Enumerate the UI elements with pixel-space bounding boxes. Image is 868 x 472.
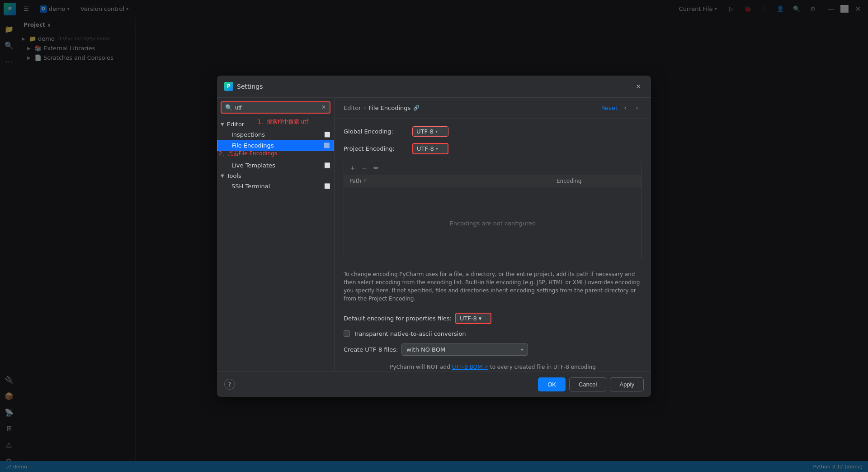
table-remove-btn[interactable]: − [359,163,369,173]
props-dropdown-arrow-icon: ▾ [479,315,482,322]
settings-right-panel: Editor › File Encodings 🔗 Reset ‹ › [335,98,651,372]
props-encoding-row: Default encoding for properties files: U… [344,313,642,324]
global-encoding-dropdown[interactable]: UTF-8 ▾ [412,126,448,137]
settings-search-input[interactable] [235,104,319,111]
settings-section-tools[interactable]: ▼ Tools [217,171,334,181]
settings-item-ssh-terminal[interactable]: SSH Terminal ⬜ [217,181,334,191]
search-icon: 🔍 [225,104,232,111]
utf8-select-arrow-icon: ▾ [521,347,523,352]
transparent-conversion-row: Transparent native-to-ascii conversion [344,330,642,337]
nav-arrows: ‹ › [620,103,642,113]
reset-btn[interactable]: Reset [601,105,618,111]
dialog-titlebar: P Settings ✕ [217,76,651,98]
col-encoding-header[interactable]: Encoding [551,175,642,187]
path-sort-icon: ↑ [363,179,367,183]
settings-item-file-encodings[interactable]: File Encodings ⬜ [217,140,334,151]
breadcrumb-link-icon[interactable]: 🔗 [413,105,420,111]
table-toolbar: + − ✏ [344,161,642,175]
breadcrumb-sep: › [363,105,366,111]
bom-note: PyCharm will NOT add UTF-8 BOM ↗ to ever… [344,362,642,372]
dialog-title: Settings [237,83,263,90]
table-edit-btn[interactable]: ✏ [371,163,381,173]
main-layout: 📁 🔍 ⋯ 🔌 📦 📡 🖥 ⚠ ⚙ Project ∨ ▶ 📁 demo D:\… [0,18,868,472]
table-header: Path ↑ Encoding [344,175,642,187]
file-encodings-item-icon: ⬜ [324,143,330,148]
settings-dialog: P Settings ✕ 🔍 ✕ [217,76,651,397]
file-encoding-table: + − ✏ Path ↑ Encoding [344,161,642,260]
inspections-item-icon: ⬜ [324,132,330,138]
breadcrumb-editor[interactable]: Editor [344,105,361,111]
settings-left-panel: 🔍 ✕ ▼ Editor 1、搜索框中搜索 utf [217,98,335,372]
dialog-content: 🔍 ✕ ▼ Editor 1、搜索框中搜索 utf [217,98,651,372]
col-path-header[interactable]: Path ↑ [344,175,551,187]
editor-section-arrow-icon: ▼ [221,122,224,127]
create-utf8-row: Create UTF-8 files: with NO BOM ▾ [344,343,642,356]
dialog-overlay: P Settings ✕ 🔍 ✕ [0,0,868,472]
global-encoding-arrow-icon: ▾ [435,129,438,134]
global-encoding-row: Global Encoding: UTF-8 ▾ [344,126,642,137]
props-encoding-dropdown[interactable]: UTF-8 ▾ [455,313,491,324]
live-templates-item-icon: ⬜ [324,162,330,168]
breadcrumb-current: File Encodings [369,105,411,111]
settings-tree: ▼ Editor 1、搜索框中搜索 utf Inspections ⬜ [217,117,334,372]
create-utf8-dropdown[interactable]: with NO BOM ▾ [401,343,528,356]
project-encoding-row: Project Encoding: UTF-8 ▾ [344,143,642,154]
settings-breadcrumb: Editor › File Encodings 🔗 Reset ‹ › [335,98,651,119]
dialog-close-btn[interactable]: ✕ [633,81,644,92]
project-encoding-arrow-icon: ▾ [436,146,438,151]
table-empty-message: Encodings are not configured [344,187,642,260]
settings-item-live-templates[interactable]: Live Templates ⬜ [217,160,334,171]
settings-item-inspections[interactable]: Inspections ⬜ [217,129,334,140]
ssh-terminal-item-icon: ⬜ [324,183,330,189]
settings-search-box[interactable]: 🔍 ✕ [221,101,330,114]
settings-section-editor[interactable]: ▼ Editor [217,119,334,129]
tools-section-arrow-icon: ▼ [221,173,224,178]
dialog-logo-icon: P [224,82,233,91]
props-label: Default encoding for properties files: [344,315,452,322]
dialog-footer: ? OK Cancel Apply [217,372,651,397]
settings-main-content: Global Encoding: UTF-8 ▾ Project Encodin… [335,119,651,372]
cancel-btn[interactable]: Cancel [569,377,606,391]
project-encoding-dropdown[interactable]: UTF-8 ▾ [412,143,448,154]
info-text: To change encoding PyCharm uses for a fi… [344,267,642,306]
transparent-checkbox[interactable] [344,330,350,337]
project-encoding-label: Project Encoding: [344,145,407,152]
create-utf8-label: Create UTF-8 files: [344,346,398,353]
transparent-label: Transparent native-to-ascii conversion [354,330,466,337]
help-btn[interactable]: ? [224,379,235,390]
apply-btn[interactable]: Apply [610,377,644,391]
search-clear-btn[interactable]: ✕ [321,104,326,110]
table-add-btn[interactable]: + [348,163,358,173]
global-encoding-label: Global Encoding: [344,128,407,135]
footer-buttons: OK Cancel Apply [538,377,644,391]
nav-back-btn[interactable]: ‹ [620,103,630,113]
bom-link[interactable]: UTF-8 BOM ↗ [452,364,488,370]
nav-forward-btn[interactable]: › [632,103,642,113]
ok-btn[interactable]: OK [538,377,566,391]
